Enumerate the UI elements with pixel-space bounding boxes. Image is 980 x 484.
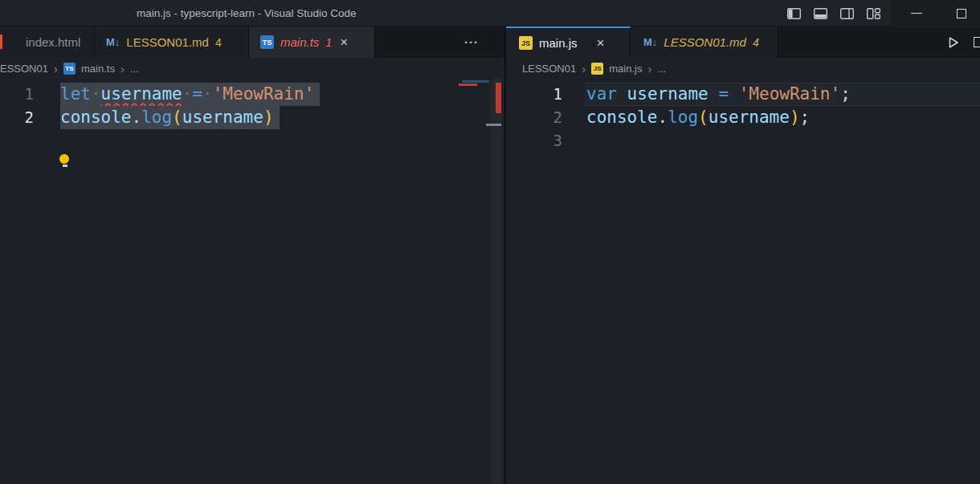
- tab-label: main.js: [539, 36, 578, 50]
- code-token: console: [60, 108, 132, 127]
- tab-lesson01-md-right[interactable]: M↓ LESSON01.md 4: [631, 26, 778, 58]
- problems-badge: 4: [215, 36, 222, 49]
- code-token: username: [708, 108, 790, 127]
- editor-scrollbar[interactable]: [491, 79, 502, 484]
- code-token: ;: [800, 108, 811, 127]
- code-line: 2 console.log(username);: [506, 106, 980, 129]
- window-title: main.js - typescript-learn - Visual Stud…: [137, 0, 357, 26]
- tab-label: LESSON01.md: [664, 35, 746, 49]
- customize-layout-icon: [867, 8, 880, 19]
- javascript-file-icon: JS: [519, 36, 533, 50]
- code-token: var: [586, 84, 617, 104]
- play-icon: [947, 36, 960, 49]
- code-editor-typescript[interactable]: 1 let·username·=·'MeowRain' 2 console.lo…: [0, 79, 504, 484]
- whitespace-dot: ·: [202, 84, 213, 104]
- code-token: =: [718, 84, 729, 104]
- problems-badge: 4: [753, 36, 759, 49]
- code-token: [729, 84, 739, 104]
- code-token: username: [182, 108, 263, 127]
- code-token: =: [192, 84, 202, 104]
- code-lines: 1 let·username·=·'MeowRain' 2 console.lo…: [0, 79, 504, 129]
- bulb-glyph: [59, 154, 69, 164]
- whitespace-dot: ·: [91, 84, 101, 104]
- code-line: 2 console.log(username): [0, 106, 504, 129]
- selection-highlight: let·username·=·'MeowRain': [60, 83, 320, 106]
- layout-sidebar-right-icon: [840, 8, 854, 19]
- more-actions-button[interactable]: ···: [464, 26, 479, 58]
- split-editor-icon[interactable]: [974, 37, 980, 47]
- editor-group-right: JS main.js × M↓ LESSON01.md 4 LESSON01 ›…: [504, 26, 980, 484]
- title-bar: main.js - typescript-learn - Visual Stud…: [0, 0, 980, 26]
- toggle-panel-button[interactable]: [806, 0, 834, 26]
- chevron-right-icon: ›: [582, 62, 586, 75]
- layout-panel-icon: [814, 8, 827, 19]
- line-number: 3: [506, 129, 562, 153]
- markdown-file-icon: M↓: [643, 35, 657, 49]
- vscode-window: main.js - typescript-learn - Visual Stud…: [0, 0, 980, 484]
- code-token: ;: [840, 84, 851, 104]
- code-line: 1 let·username·=·'MeowRain': [0, 83, 504, 106]
- code-token: (: [698, 108, 708, 127]
- tab-label: main.ts: [280, 35, 319, 49]
- code-token: let: [60, 84, 91, 104]
- code-token: (: [172, 108, 182, 127]
- breadcrumb-symbol[interactable]: ...: [130, 63, 139, 75]
- problems-badge: 1: [325, 36, 332, 49]
- breadcrumb-folder[interactable]: ESSON01: [0, 63, 48, 75]
- tab-label: index.html: [26, 35, 80, 49]
- maximize-button[interactable]: [948, 0, 975, 26]
- bulb-base-glyph: [63, 165, 67, 167]
- typescript-file-icon: TS: [63, 63, 76, 75]
- code-token: 'MeowRain': [213, 84, 314, 104]
- selection-highlight: console.log(username): [60, 106, 280, 129]
- code-lines: 1 var username = 'MeowRain'; 2 console.l…: [506, 79, 980, 153]
- code-token: .: [658, 108, 668, 127]
- whitespace-dot: ·: [182, 84, 193, 104]
- code-editor-javascript[interactable]: 1 var username = 'MeowRain'; 2 console.l…: [506, 79, 980, 484]
- breadcrumb-symbol[interactable]: ...: [657, 63, 666, 75]
- code-token: console: [586, 108, 658, 127]
- line-number: 1: [0, 83, 34, 106]
- chevron-right-icon: ›: [647, 62, 651, 75]
- javascript-file-icon: JS: [591, 63, 603, 75]
- close-tab-icon[interactable]: ×: [595, 36, 606, 50]
- breadcrumbs-right: LESSON01 › JS main.js › ...: [506, 58, 980, 79]
- toggle-primary-sidebar-button[interactable]: [780, 0, 807, 26]
- tab-index-html[interactable]: index.html: [0, 26, 95, 58]
- code-token: log: [668, 108, 698, 127]
- code-token: ): [263, 108, 274, 127]
- code-token: ): [790, 108, 800, 127]
- line-number: 1: [506, 83, 562, 106]
- code-line: 3: [506, 129, 980, 153]
- markdown-file-icon: M↓: [106, 35, 120, 49]
- lightbulb-quickfix-icon[interactable]: [59, 154, 70, 168]
- breadcrumbs-left: ESSON01 › TS main.ts › ...: [0, 58, 504, 79]
- code-token: 'MeowRain': [739, 84, 840, 104]
- editor-group-left: index.html M↓ LESSON01.md 4 TS main.ts 1…: [0, 26, 504, 484]
- close-tab-icon[interactable]: ×: [338, 35, 349, 49]
- tab-label: LESSON01.md: [126, 35, 209, 49]
- line-number: 2: [506, 106, 562, 129]
- chevron-right-icon: ›: [120, 62, 125, 75]
- code-line: 1 var username = 'MeowRain';: [506, 83, 980, 106]
- code-token-error: username: [101, 84, 182, 104]
- toggle-secondary-sidebar-button[interactable]: [833, 0, 860, 26]
- maximize-icon: [957, 9, 966, 18]
- tab-lesson01-md-left[interactable]: M↓ LESSON01.md 4: [95, 26, 249, 58]
- html-file-icon: [0, 35, 2, 49]
- run-file-button[interactable]: [945, 34, 962, 51]
- breadcrumb-folder[interactable]: LESSON01: [522, 63, 576, 75]
- code-token: .: [132, 108, 142, 127]
- customize-layout-button[interactable]: [860, 0, 887, 26]
- line-number: 2: [0, 106, 34, 129]
- typescript-file-icon: TS: [260, 35, 274, 49]
- minimize-icon: [911, 13, 922, 14]
- breadcrumb-file[interactable]: main.js: [609, 63, 642, 75]
- code-token: log: [141, 108, 172, 127]
- code-token: [617, 84, 627, 104]
- minimize-button[interactable]: [903, 0, 930, 26]
- tab-main-js[interactable]: JS main.js ×: [506, 26, 631, 58]
- tab-bar-right: JS main.js × M↓ LESSON01.md 4: [506, 26, 980, 58]
- breadcrumb-file[interactable]: main.ts: [81, 63, 115, 75]
- tab-main-ts[interactable]: TS main.ts 1 ×: [249, 26, 375, 58]
